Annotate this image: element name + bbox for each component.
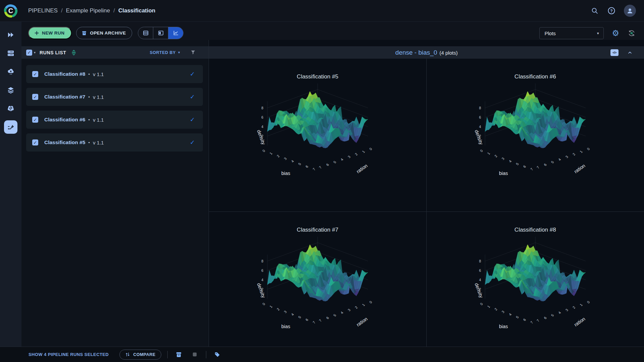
archive-icon — [82, 31, 87, 36]
svg-text:6: 6 — [325, 316, 329, 320]
sorted-by-dropdown[interactable]: SORTED BY ▾ — [150, 50, 180, 55]
run-bullet: • — [88, 140, 90, 145]
add-tag-icon[interactable] — [212, 350, 222, 360]
run-bullet: • — [88, 72, 90, 77]
svg-text:7: 7 — [318, 318, 322, 322]
svg-text:7: 7 — [536, 165, 540, 169]
run-checkbox[interactable]: ✓ — [32, 94, 38, 100]
svg-text:1: 1 — [361, 149, 366, 154]
svg-text:0: 0 — [586, 300, 590, 304]
svg-text:2: 2 — [354, 305, 358, 309]
svg-text:2: 2 — [572, 152, 576, 156]
surface-3d-plot[interactable]: 24680123456776543210biasrationdensity — [246, 83, 390, 196]
svg-text:6: 6 — [305, 318, 309, 322]
archive-selected-icon[interactable] — [174, 350, 184, 360]
footer-divider — [167, 351, 168, 358]
nav-datasets-icon[interactable] — [4, 83, 17, 97]
run-row-classification-5[interactable]: ✓ Classification #5 • v 1.1 ✓ — [26, 133, 203, 152]
breadcrumb-current-page: Classification — [118, 7, 156, 14]
run-version: v 1.1 — [93, 140, 104, 145]
svg-text:2: 2 — [276, 154, 280, 158]
nav-pipelines-icon[interactable] — [4, 120, 17, 134]
svg-text:density: density — [256, 282, 266, 299]
table-view-toggle[interactable] — [138, 27, 153, 39]
new-run-button[interactable]: NEW RUN — [28, 27, 72, 39]
svg-text:ration: ration — [355, 316, 368, 327]
plot-group-header: dense - bias_0 (4 plots) </> — [209, 46, 644, 59]
run-name[interactable]: Classification #5 — [44, 139, 85, 145]
split-view-toggle[interactable] — [153, 27, 168, 39]
run-name[interactable]: Classification #6 — [44, 117, 85, 123]
run-checkbox[interactable]: ✓ — [32, 139, 38, 145]
selection-summary[interactable]: SHOW 4 PIPELINE RUNS SELECTED — [29, 352, 109, 357]
toolbar-right: Plots ▾ ⚙ — [539, 27, 636, 39]
settings-gear-icon[interactable]: ⚙ — [612, 29, 619, 37]
select-all-caret-icon[interactable]: ▾ — [34, 51, 36, 54]
svg-text:7: 7 — [529, 320, 534, 324]
compare-button[interactable]: COMPARE — [119, 350, 161, 360]
svg-text:4: 4 — [261, 278, 263, 282]
filter-funnel-icon[interactable] — [190, 50, 196, 55]
surface-3d-plot[interactable]: 24680123456776543210biasrationdensity — [246, 237, 390, 347]
run-checkbox[interactable]: ✓ — [32, 71, 38, 77]
clearml-logo[interactable]: C — [0, 3, 21, 19]
plots-panel: dense - bias_0 (4 plots) </> — [209, 40, 644, 347]
run-row-classification-8[interactable]: ✓ Classification #8 • v 1.1 ✓ — [26, 65, 203, 83]
plot-group-title[interactable]: dense - bias_0 — [395, 49, 437, 56]
open-archive-button[interactable]: OPEN ARCHIVE — [76, 27, 132, 39]
search-icon[interactable] — [590, 6, 599, 15]
svg-text:ration: ration — [573, 163, 586, 174]
svg-text:1: 1 — [579, 149, 583, 154]
select-all-checkbox[interactable]: ✓ — [26, 50, 32, 56]
user-avatar[interactable] — [624, 5, 636, 17]
run-bullet: • — [88, 117, 90, 122]
breadcrumb-project[interactable]: Example Pipeline — [66, 7, 110, 14]
nav-projects-icon[interactable] — [4, 28, 17, 42]
svg-text:8: 8 — [479, 106, 481, 110]
surface-3d-plot[interactable]: 24680123456776543210biasrationdensity — [463, 83, 607, 196]
collapse-group-chevron-icon[interactable] — [627, 50, 633, 55]
run-row-classification-6[interactable]: ✓ Classification #6 • v 1.1 ✓ — [26, 111, 203, 129]
embed-code-icon[interactable]: </> — [610, 49, 619, 56]
run-checkbox[interactable]: ✓ — [32, 117, 38, 123]
svg-text:5: 5 — [550, 160, 554, 164]
svg-text:6: 6 — [522, 165, 527, 169]
svg-text:bias: bias — [281, 171, 290, 176]
breadcrumb-separator: / — [61, 7, 63, 14]
nav-serving-icon[interactable] — [4, 65, 17, 78]
charts-view-toggle[interactable] — [168, 27, 183, 39]
view-toggle-group — [138, 27, 183, 39]
nav-workers-icon[interactable] — [4, 47, 17, 60]
nav-models-icon[interactable] — [4, 102, 17, 115]
surface-3d-plot[interactable]: 24680123456776543210biasrationdensity — [463, 237, 607, 347]
plus-icon — [34, 31, 39, 36]
run-name[interactable]: Classification #8 — [44, 71, 85, 77]
resize-panel-icon[interactable] — [71, 50, 77, 56]
svg-text:ration: ration — [573, 316, 586, 327]
plot-title: Classification #7 — [297, 227, 338, 233]
clearml-logo-icon: C — [3, 3, 19, 19]
sorted-by-label: SORTED BY — [150, 50, 176, 55]
metric-type-dropdown[interactable]: Plots ▾ — [539, 27, 604, 39]
run-selected-check-icon: ✓ — [190, 116, 195, 123]
svg-text:1: 1 — [579, 303, 583, 307]
svg-text:5: 5 — [297, 162, 302, 166]
split-view-icon — [158, 30, 164, 36]
svg-text:1: 1 — [361, 303, 366, 307]
plot-cell: Classification #8 24680123456776543210bi… — [427, 212, 644, 347]
svg-text:1: 1 — [269, 151, 273, 155]
svg-text:?: ? — [610, 9, 612, 13]
svg-text:density: density — [474, 282, 484, 299]
breadcrumb-pipelines[interactable]: PIPELINES — [28, 7, 58, 14]
breadcrumb: PIPELINES / Example Pipeline / Classific… — [28, 7, 155, 14]
run-version: v 1.1 — [93, 117, 104, 123]
auto-refresh-icon[interactable] — [627, 29, 636, 38]
run-name[interactable]: Classification #7 — [44, 94, 85, 100]
help-icon[interactable]: ? — [607, 6, 616, 15]
svg-text:3: 3 — [501, 310, 505, 314]
svg-text:8: 8 — [261, 106, 263, 110]
svg-text:bias: bias — [499, 171, 508, 176]
plot-cell: Classification #5 24680123456776543210bi… — [209, 59, 427, 212]
svg-text:6: 6 — [325, 163, 329, 167]
run-row-classification-7[interactable]: ✓ Classification #7 • v 1.1 ✓ — [26, 88, 203, 106]
